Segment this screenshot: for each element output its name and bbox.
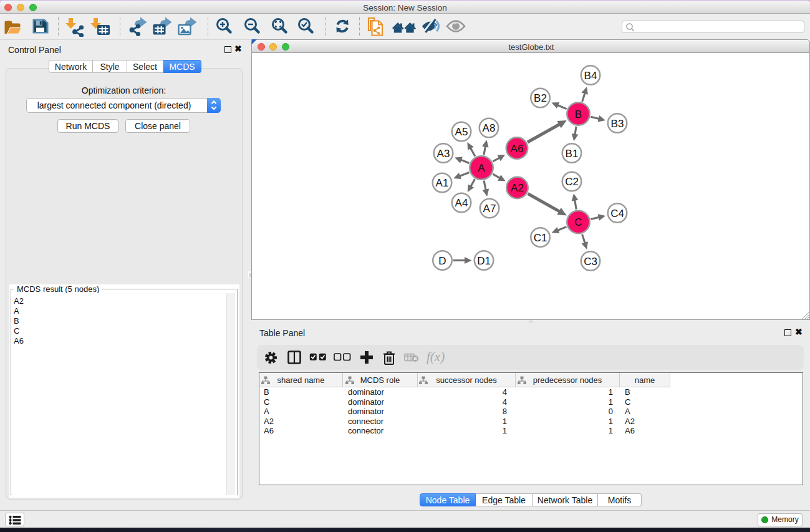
- svg-text:A5: A5: [455, 126, 468, 138]
- svg-text:C2: C2: [565, 176, 579, 188]
- svg-text:A8: A8: [483, 122, 496, 134]
- svg-text:C: C: [574, 216, 582, 228]
- svg-text:D1: D1: [477, 255, 491, 267]
- svg-text:A: A: [478, 162, 485, 174]
- svg-text:A1: A1: [436, 177, 449, 189]
- svg-text:C4: C4: [610, 208, 624, 220]
- svg-text:B3: B3: [611, 118, 624, 130]
- svg-text:A3: A3: [437, 148, 450, 160]
- svg-text:A7: A7: [483, 203, 496, 215]
- svg-text:C3: C3: [584, 256, 597, 268]
- svg-text:B4: B4: [584, 70, 597, 82]
- svg-text:B: B: [575, 109, 582, 120]
- svg-text:B2: B2: [534, 92, 547, 104]
- svg-text:D: D: [438, 255, 446, 267]
- svg-text:B1: B1: [566, 148, 579, 160]
- svg-text:A4: A4: [455, 197, 468, 209]
- svg-text:C1: C1: [534, 232, 547, 244]
- svg-text:A6: A6: [511, 143, 524, 155]
- svg-text:A2: A2: [511, 182, 524, 194]
